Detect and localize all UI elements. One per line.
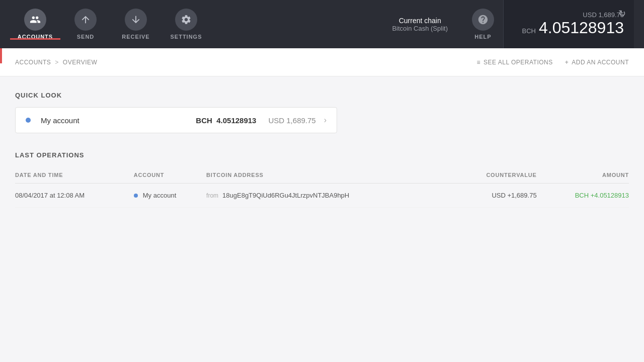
nav-accounts[interactable]: ACCOUNTS	[10, 9, 60, 40]
breadcrumb-accounts[interactable]: ACCOUNTS	[15, 59, 51, 66]
nav-help[interactable]: HELP	[463, 9, 503, 40]
col-countervalue: COUNTERVALUE	[450, 167, 536, 184]
col-account: ACCOUNT	[134, 167, 206, 184]
nav-send[interactable]: SEND	[60, 9, 111, 40]
op-date: 08/04/2017 at 12:08 AM	[15, 184, 134, 208]
main-content: QUICK LOOK My account BCH 4.05128913 USD…	[0, 76, 644, 362]
chevron-right-icon: ›	[324, 116, 327, 125]
add-account-icon: +	[565, 59, 569, 66]
op-address-value: 18ugE8gT9QiUd6RGu4JtLrzpvNTJBA9hpH	[222, 192, 349, 199]
op-account: My account	[134, 184, 206, 208]
breadcrumb-bar: ACCOUNTS > OVERVIEW ≡ SEE ALL OPERATIONS…	[0, 48, 644, 76]
account-bch: BCH 4.05128913	[196, 116, 256, 125]
account-card[interactable]: My account BCH 4.05128913 USD 1,689.75 ›	[15, 107, 337, 133]
last-operations-section: LAST OPERATIONS DATE AND TIME ACCOUNT BI…	[15, 151, 629, 208]
current-chain-label: Current chain	[399, 17, 441, 25]
current-chain-value: Bitcoin Cash (Split)	[392, 25, 448, 32]
left-accent	[0, 48, 2, 63]
send-label: SEND	[77, 34, 95, 40]
settings-icon	[175, 9, 197, 31]
active-underline	[10, 38, 60, 40]
account-usd: USD 1,689.75	[268, 116, 315, 125]
see-all-ops-icon: ≡	[477, 59, 481, 66]
op-amount: BCH +4.05128913	[537, 184, 629, 208]
help-label: HELP	[474, 34, 491, 40]
op-account-name: My account	[143, 192, 176, 199]
accounts-icon	[24, 9, 46, 31]
op-countervalue: USD +1,689.75	[450, 184, 536, 208]
add-account-button[interactable]: + ADD AN ACCOUNT	[565, 59, 629, 66]
account-bch-amount: 4.05128913	[216, 116, 256, 125]
balance-area: ↻ USD 1,689.75 BCH 4.05128913	[503, 0, 634, 48]
main-header: ACCOUNTS SEND RECEIVE SETTINGS Current c…	[0, 0, 644, 48]
account-bch-prefix: BCH	[196, 116, 212, 125]
help-icon	[472, 9, 494, 31]
balance-usd: USD 1,689.75	[583, 11, 624, 19]
bch-amount: 4.05128913	[539, 19, 624, 37]
send-icon	[74, 9, 97, 31]
settings-label: SETTINGS	[170, 34, 202, 40]
table-row: 08/04/2017 at 12:08 AM My account from 1…	[15, 184, 629, 208]
op-address: from 18ugE8gT9QiUd6RGu4JtLrzpvNTJBA9hpH	[206, 184, 450, 208]
bch-label: BCH	[522, 27, 535, 35]
op-from-label: from	[206, 192, 218, 199]
nav-receive[interactable]: RECEIVE	[111, 9, 161, 40]
account-dot	[26, 118, 31, 123]
breadcrumb-actions: ≡ SEE ALL OPERATIONS + ADD AN ACCOUNT	[477, 59, 629, 66]
breadcrumb: ACCOUNTS > OVERVIEW	[15, 59, 97, 66]
col-amount: AMOUNT	[537, 167, 629, 184]
balance-bch: BCH 4.05128913	[522, 19, 624, 37]
refresh-icon[interactable]: ↻	[618, 8, 626, 19]
last-ops-title: LAST OPERATIONS	[15, 151, 629, 159]
breadcrumb-sep: >	[55, 59, 59, 66]
receive-icon	[125, 9, 147, 31]
add-account-label: ADD AN ACCOUNT	[572, 59, 629, 66]
col-address: BITCOIN ADDRESS	[206, 167, 450, 184]
current-chain: Current chain Bitcoin Cash (Split)	[377, 17, 463, 32]
breadcrumb-overview: OVERVIEW	[63, 59, 97, 66]
operations-table: DATE AND TIME ACCOUNT BITCOIN ADDRESS CO…	[15, 167, 629, 208]
receive-label: RECEIVE	[122, 34, 149, 40]
account-name: My account	[41, 116, 196, 125]
quick-look-title: QUICK LOOK	[15, 92, 629, 99]
see-all-operations-button[interactable]: ≡ SEE ALL OPERATIONS	[477, 59, 553, 66]
op-account-dot	[134, 194, 138, 198]
nav-settings[interactable]: SETTINGS	[161, 9, 211, 40]
see-all-ops-label: SEE ALL OPERATIONS	[484, 59, 553, 66]
col-date: DATE AND TIME	[15, 167, 134, 184]
